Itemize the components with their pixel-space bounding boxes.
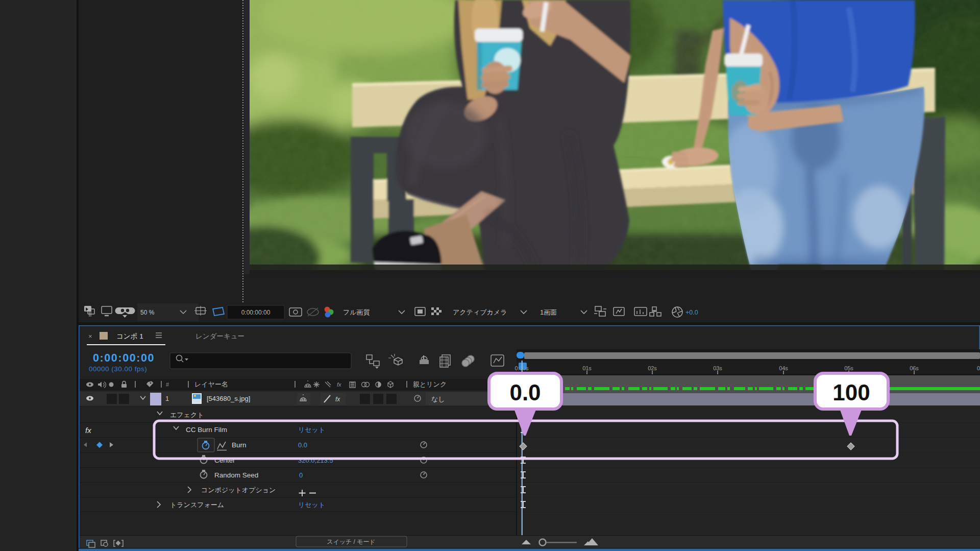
svg-text:50 %: 50 % — [140, 309, 155, 316]
svg-text:0:00:00:00: 0:00:00:00 — [93, 352, 155, 364]
svg-text:コンポ 1: コンポ 1 — [116, 332, 143, 340]
svg-text:1: 1 — [165, 395, 169, 402]
svg-text:Random Seed: Random Seed — [214, 471, 258, 479]
svg-text:fx: fx — [337, 381, 341, 388]
svg-text:0.0: 0.0 — [298, 441, 307, 449]
svg-text:1画面: 1画面 — [540, 308, 557, 316]
svg-text:CC Burn Film: CC Burn Film — [186, 426, 227, 434]
svg-text:0: 0 — [299, 471, 303, 479]
svg-text:Burn: Burn — [232, 441, 247, 449]
svg-text:0:00:00:00: 0:00:00:00 — [241, 309, 271, 316]
svg-text:05s: 05s — [844, 365, 853, 371]
svg-text:fx: fx — [335, 396, 340, 403]
svg-text:親とリンク: 親とリンク — [413, 380, 447, 388]
svg-text:06s: 06s — [910, 365, 919, 371]
svg-text:fx: fx — [85, 426, 91, 435]
svg-text:エフェクト: エフェクト — [170, 411, 204, 419]
svg-text:01s: 01s — [582, 365, 592, 371]
svg-text:02s: 02s — [648, 365, 657, 371]
svg-text:0.0: 0.0 — [509, 380, 541, 405]
svg-text:04s: 04s — [779, 365, 788, 371]
svg-text:×: × — [88, 332, 92, 340]
svg-text:リセット: リセット — [298, 501, 325, 509]
svg-text:レンダーキュー: レンダーキュー — [195, 332, 244, 340]
svg-text:0: 0 — [977, 365, 980, 371]
svg-text:100: 100 — [832, 380, 870, 405]
svg-text:00000 (30.00 fps): 00000 (30.00 fps) — [89, 365, 147, 373]
svg-text:なし: なし — [431, 395, 445, 403]
svg-text:フル画質: フル画質 — [343, 308, 370, 316]
svg-text:[543680_s.jpg]: [543680_s.jpg] — [207, 395, 250, 402]
svg-text:アクティブカメラ: アクティブカメラ — [453, 308, 507, 316]
svg-text:#: # — [166, 381, 169, 388]
svg-text:トランスフォーム: トランスフォーム — [170, 501, 224, 509]
svg-text:リセット: リセット — [298, 426, 325, 434]
svg-text:+0.0: +0.0 — [685, 309, 698, 316]
svg-text:03s: 03s — [713, 365, 722, 371]
svg-text:スイッチ / モード: スイッチ / モード — [327, 538, 376, 545]
svg-text:コンポジットオプション: コンポジットオプション — [201, 486, 276, 494]
svg-text:レイヤー名: レイヤー名 — [194, 380, 228, 388]
